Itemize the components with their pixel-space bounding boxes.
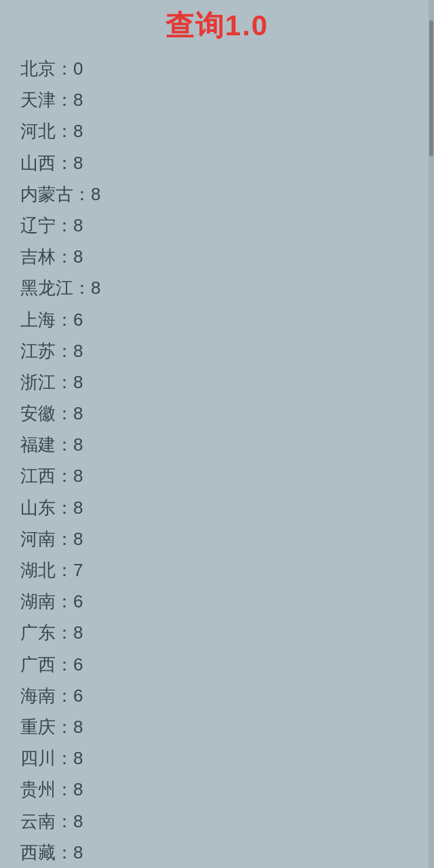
list-item: 天津：8 <box>20 84 414 115</box>
list-item: 四川：8 <box>20 742 414 774</box>
list-item: 北京：0 <box>20 53 414 84</box>
list-item: 内蒙古：8 <box>20 178 414 210</box>
list-item: 广西：6 <box>20 649 414 680</box>
list-item: 广东：8 <box>20 617 414 648</box>
list-item: 上海：6 <box>20 304 414 335</box>
scrollbar-thumb[interactable] <box>429 20 433 156</box>
list-item: 河北：8 <box>20 115 414 147</box>
list-item: 湖南：6 <box>20 586 414 617</box>
app-title: 查询1.0 <box>165 10 269 41</box>
list-item: 江西：8 <box>20 460 414 491</box>
province-list: 北京：0天津：8河北：8山西：8内蒙古：8辽宁：8吉林：8黑龙江：8上海：6江苏… <box>0 50 434 868</box>
app-container: 查询1.0 北京：0天津：8河北：8山西：8内蒙古：8辽宁：8吉林：8黑龙江：8… <box>0 0 434 868</box>
list-item: 海南：6 <box>20 680 414 711</box>
list-item: 河南：8 <box>20 523 414 554</box>
list-item: 浙江：8 <box>20 366 414 398</box>
list-item: 山西：8 <box>20 147 414 178</box>
list-item: 湖北：7 <box>20 554 414 586</box>
list-item: 云南：8 <box>20 806 414 837</box>
list-item: 安徽：8 <box>20 398 414 429</box>
header: 查询1.0 <box>0 0 434 50</box>
scrollbar-track <box>429 0 434 868</box>
list-item: 江苏：8 <box>20 335 414 366</box>
list-item: 山东：8 <box>20 492 414 523</box>
list-item: 贵州：8 <box>20 774 414 805</box>
list-item: 福建：8 <box>20 429 414 460</box>
list-item: 辽宁：8 <box>20 210 414 241</box>
list-item: 黑龙江：8 <box>20 272 414 303</box>
list-item: 重庆：8 <box>20 711 414 742</box>
list-item: 吉林：8 <box>20 241 414 272</box>
list-item: 西藏：8 <box>20 837 414 868</box>
